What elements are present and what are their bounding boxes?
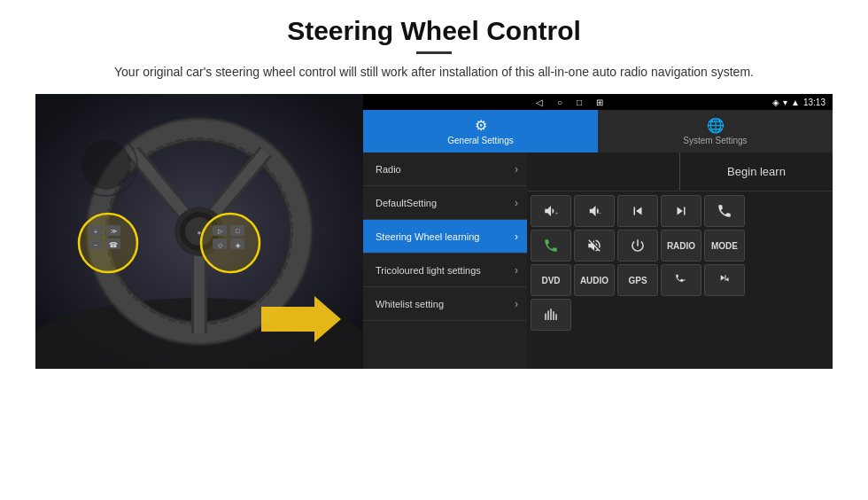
clock: 13:13 xyxy=(803,98,825,107)
audio-button[interactable]: AUDIO xyxy=(574,264,615,296)
page-wrapper: Steering Wheel Control Your original car… xyxy=(0,0,868,500)
svg-text:−: − xyxy=(599,210,602,215)
menu-list: Radio › DefaultSetting › Steering Wheel … xyxy=(363,152,527,369)
menu-item-tricoloured[interactable]: Tricoloured light settings › xyxy=(363,254,527,287)
title-section: Steering Wheel Control Your original car… xyxy=(35,16,833,94)
begin-learn-button[interactable]: Begin learn xyxy=(680,152,833,191)
recents-nav-icon[interactable]: □ xyxy=(577,98,582,107)
chevron-icon: › xyxy=(515,197,518,209)
nav-buttons: ◁ ○ □ ⊞ xyxy=(370,98,769,107)
phone-button[interactable] xyxy=(704,195,745,227)
ctrl-row-4 xyxy=(531,299,829,331)
main-content: Radio › DefaultSetting › Steering Wheel … xyxy=(363,152,833,369)
vol-up-button[interactable]: + xyxy=(531,195,571,227)
menu-steering-label: Steering Wheel learning xyxy=(376,231,479,242)
menu-radio-label: Radio xyxy=(376,164,401,175)
menu-tricoloured-label: Tricoloured light settings xyxy=(376,265,481,276)
wifi-icon: ▾ xyxy=(783,98,787,107)
tab-system-label: System Settings xyxy=(683,136,747,145)
gps-button[interactable]: GPS xyxy=(617,264,658,296)
svg-text:≫: ≫ xyxy=(111,228,117,234)
power-button[interactable] xyxy=(617,230,658,262)
device-screen: ◁ ○ □ ⊞ ◈ ▾ ▲ 13:13 ⚙ General Settings 🌐 xyxy=(363,94,833,369)
steering-svg: ● + − ≫ ☎ ▷ ◇ □ xyxy=(35,94,363,369)
svg-point-36 xyxy=(81,140,131,190)
page-title: Steering Wheel Control xyxy=(35,16,833,46)
svg-rect-40 xyxy=(547,311,549,321)
tab-general-settings[interactable]: ⚙ General Settings xyxy=(363,110,598,152)
tab-system-settings[interactable]: 🌐 System Settings xyxy=(598,110,833,152)
svg-text:☎: ☎ xyxy=(109,241,118,249)
controls-grid: + − xyxy=(527,191,833,369)
home-nav-icon[interactable]: ○ xyxy=(557,98,562,107)
globe-icon: 🌐 xyxy=(707,117,725,134)
ctrl-row-3: DVD AUDIO GPS xyxy=(531,264,829,296)
dvd-button[interactable]: DVD xyxy=(531,264,571,296)
chevron-icon: › xyxy=(515,230,518,243)
status-bar: ◁ ○ □ ⊞ ◈ ▾ ▲ 13:13 xyxy=(363,94,833,110)
answer-button[interactable] xyxy=(531,230,571,262)
svg-rect-42 xyxy=(553,311,554,320)
controls-top-row: Begin learn xyxy=(527,152,833,191)
svg-rect-41 xyxy=(550,309,552,320)
controls-area: Begin learn + − xyxy=(527,152,833,369)
svg-text:−: − xyxy=(94,242,97,248)
mute-button[interactable] xyxy=(574,230,615,262)
steering-wheel-image: ● + − ≫ ☎ ▷ ◇ □ xyxy=(35,94,363,369)
signal-icon: ▲ xyxy=(791,98,800,107)
prev-track-button[interactable] xyxy=(617,195,658,227)
apps-nav-icon[interactable]: ⊞ xyxy=(596,98,603,107)
content-area: ● + − ≫ ☎ ▷ ◇ □ xyxy=(35,94,833,500)
chevron-icon: › xyxy=(515,163,518,176)
menu-item-whitelist[interactable]: Whitelist setting › xyxy=(363,287,527,321)
chevron-icon: › xyxy=(515,264,518,277)
svg-text:+: + xyxy=(94,229,97,235)
title-divider xyxy=(416,51,452,54)
next-track-button[interactable] xyxy=(661,195,701,227)
vol-down-button[interactable]: − xyxy=(574,195,615,227)
phone-prev-button[interactable] xyxy=(661,264,701,296)
menu-default-label: DefaultSetting xyxy=(376,198,437,208)
chevron-icon: › xyxy=(515,298,518,310)
top-tabs: ⚙ General Settings 🌐 System Settings xyxy=(363,110,833,152)
menu-item-default[interactable]: DefaultSetting › xyxy=(363,186,527,220)
back-nav-icon[interactable]: ◁ xyxy=(536,98,543,107)
svg-text:+: + xyxy=(555,210,559,215)
eq-button[interactable] xyxy=(531,299,571,331)
empty-indicator-box xyxy=(527,152,680,191)
svg-rect-39 xyxy=(545,314,546,321)
ctrl-row-1: + − xyxy=(531,195,829,227)
menu-whitelist-label: Whitelist setting xyxy=(376,299,444,309)
page-subtitle: Your original car's steering wheel contr… xyxy=(35,63,833,82)
tab-general-label: General Settings xyxy=(447,136,514,145)
location-icon: ◈ xyxy=(772,98,779,107)
ctrl-row-2: RADIO MODE xyxy=(531,230,829,262)
menu-item-radio[interactable]: Radio › xyxy=(363,152,527,186)
gear-icon: ⚙ xyxy=(475,117,487,134)
radio-text-button[interactable]: RADIO xyxy=(661,230,701,262)
mode-button[interactable]: MODE xyxy=(704,230,745,262)
skip-next-button[interactable] xyxy=(704,264,745,296)
menu-item-steering[interactable]: Steering Wheel learning › xyxy=(363,220,527,254)
svg-rect-43 xyxy=(555,314,557,320)
